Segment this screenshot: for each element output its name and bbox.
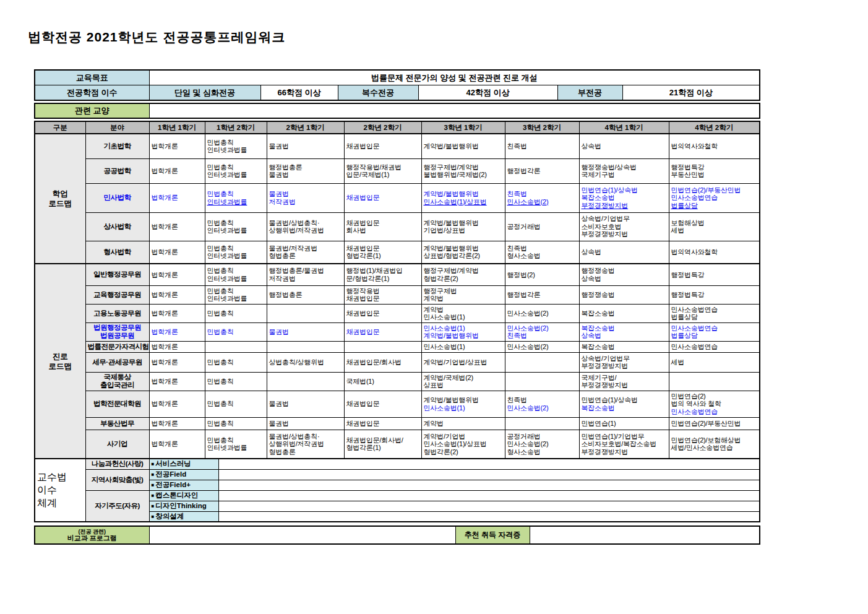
course-name: 채권법입문 bbox=[346, 142, 419, 150]
field-label: 교육행정공무원 bbox=[85, 285, 149, 304]
course-name: 채권법입문 bbox=[346, 219, 419, 227]
teaching-category-label: 지역사회맞춤(빛) bbox=[85, 469, 149, 490]
credit-type-single: 단일 및 심화전공 bbox=[149, 85, 260, 101]
course-name: 소비자보호법/복잡소송법 bbox=[582, 440, 667, 448]
course-name: 상속법 bbox=[582, 248, 667, 256]
course-name: 국제기구법 bbox=[582, 171, 667, 179]
credit-value-double: 42학점 이상 bbox=[418, 85, 557, 101]
course-name: 형법각론(1) bbox=[346, 444, 419, 452]
group-label-line: 교수법 bbox=[37, 471, 84, 484]
field-label: 기초법학 bbox=[85, 134, 149, 158]
semester-course-cell: 법학개론 bbox=[149, 241, 205, 264]
field-label: 법률전문가자격시험 bbox=[85, 341, 149, 352]
semester-course-cell: 법학개론 bbox=[149, 158, 205, 183]
course-name: 법학개론 bbox=[152, 358, 203, 366]
semester-course-cell: 법학개론 bbox=[149, 391, 205, 417]
course-name: 행정구제법 bbox=[424, 287, 503, 295]
semester-course-cell: 채권법입문 bbox=[344, 134, 421, 158]
roadmap-table: 구분분야1학년 1학기1학년 2학기2학년 1학기2학년 2학기3학년 1학기3… bbox=[34, 121, 760, 459]
course-name: 민법총칙 bbox=[207, 400, 265, 408]
semester-course-cell: 계약법/불법행위법상표법/형법각론(2) bbox=[421, 241, 505, 264]
course-name: 상속법/기업법무 bbox=[582, 215, 667, 223]
semester-course-cell: 민법총칙 bbox=[205, 372, 267, 391]
semester-course-cell bbox=[267, 372, 344, 391]
course-name: 인터넷과법률 bbox=[207, 171, 265, 179]
semester-course-cell bbox=[669, 372, 760, 391]
course-name: 물권법 bbox=[269, 171, 342, 179]
semester-course-cell: 민법총칙인터넷과법률 bbox=[205, 264, 267, 285]
column-header-semester: 4학년 1학기 bbox=[579, 121, 669, 134]
semester-course-cell bbox=[505, 417, 579, 430]
roadmap-group-label: 진로로드맵 bbox=[35, 264, 85, 459]
course-name: 회사법 bbox=[346, 227, 419, 235]
course-name: 국제법(1) bbox=[346, 378, 419, 386]
semester-course-cell: 민법총칙 bbox=[205, 304, 267, 322]
field-label: 부동산법무 bbox=[85, 417, 149, 430]
course-name: 물권법 bbox=[269, 400, 342, 408]
course-name: 불법행위법/국제법(2) bbox=[424, 171, 503, 179]
semester-course-cell: 행정법각론 bbox=[505, 285, 579, 304]
square-bullet-icon: ■ bbox=[152, 461, 155, 467]
course-name: 민사소송법(2) bbox=[507, 404, 577, 412]
course-name: 법학개론 bbox=[152, 440, 203, 448]
course-name: 행정법각론 bbox=[507, 167, 577, 175]
course-name: 부정경쟁방지법 bbox=[582, 230, 667, 238]
semester-course-cell: 행정작용법채권법입문 bbox=[344, 285, 421, 304]
course-name: 법학개론 bbox=[152, 328, 203, 336]
square-bullet-icon: ■ bbox=[152, 493, 155, 498]
course-name: 법학개론 bbox=[152, 291, 203, 299]
course-name: 민사소송법(2) bbox=[507, 343, 577, 351]
course-name: 민사소송법연습 bbox=[671, 324, 758, 332]
course-name: 세법 bbox=[671, 358, 758, 366]
semester-course-cell: 물권법/상법총칙·상행위법/저작권법 bbox=[267, 212, 344, 241]
semester-course-cell: 행정구제법계약법 bbox=[421, 285, 505, 304]
course-name: 친족법 bbox=[507, 142, 577, 150]
course-name: 행정쟁송법 bbox=[582, 291, 667, 299]
course-name: 법학개론 bbox=[152, 343, 203, 351]
course-name: 계약법/불법행위법 bbox=[424, 219, 503, 227]
semester-course-cell: 법학개론 bbox=[149, 183, 205, 212]
semester-course-cell bbox=[267, 304, 344, 322]
semester-course-cell: 민법연습(2)/부동산민법민사소송법연습법률상담 bbox=[669, 183, 760, 212]
course-name: 민법총칙 bbox=[207, 244, 265, 253]
semester-course-cell: 상속법/기업법무부정경쟁방지법 bbox=[579, 352, 669, 372]
semester-course-cell: 민법연습(1)/상속법복잡소송법 bbox=[579, 391, 669, 417]
course-name: 형사소송법 bbox=[507, 448, 577, 456]
course-name: 민사소송법(2) bbox=[507, 324, 577, 332]
semester-course-cell: 법학개론 bbox=[149, 341, 205, 352]
teaching-category-label: 나눔과헌신(사랑) bbox=[85, 459, 149, 469]
course-name: 행정법특강 bbox=[671, 271, 758, 279]
field-label: 법원행정공무원법원공무원 bbox=[85, 322, 149, 341]
course-name: 법학개론 bbox=[152, 420, 203, 428]
course-name: 부정경쟁방지법 bbox=[582, 202, 667, 210]
course-name: 민사소송법연습 bbox=[671, 408, 758, 416]
semester-course-cell: 법학개론 bbox=[149, 304, 205, 322]
extracurricular-program-label: (전공 관련) 비교과 프로그램 bbox=[35, 526, 149, 544]
column-header-semester: 4학년 2학기 bbox=[669, 121, 760, 134]
field-label-line: 법원행정공무원 bbox=[88, 324, 147, 332]
teaching-method-value bbox=[218, 490, 760, 501]
course-name: 부정경쟁방지법 bbox=[582, 381, 667, 389]
semester-course-cell: 민사소송법(2)친족법 bbox=[505, 322, 579, 341]
course-name: 행정법총론 bbox=[269, 163, 342, 171]
semester-course-cell: 상속법 bbox=[579, 241, 669, 264]
course-name: 행정구제법/계약법 bbox=[424, 163, 503, 171]
square-bullet-icon: ■ bbox=[152, 514, 155, 519]
semester-course-cell: 친족법 bbox=[505, 134, 579, 158]
course-name: 복잡소송법 bbox=[582, 324, 667, 332]
teaching-method-table: 교수법이수체계나눔과헌신(사랑)■서비스러닝지역사회맞춤(빛)■전공Field■… bbox=[34, 458, 760, 522]
square-bullet-icon: ■ bbox=[152, 503, 155, 509]
field-label-line: 법원공무원 bbox=[88, 332, 147, 340]
course-name: 형법총론 bbox=[269, 252, 342, 260]
column-header-semester: 2학년 2학기 bbox=[344, 121, 421, 134]
extracurricular-program-value bbox=[149, 526, 455, 544]
field-label-line: 교육행정공무원 bbox=[88, 291, 147, 299]
course-name: 민사소송법(1) bbox=[424, 404, 503, 412]
course-name: 입문/국제법(1) bbox=[346, 171, 419, 179]
group-label-line: 로드맵 bbox=[37, 199, 84, 209]
course-name: 민법연습(2)/부동산민법 bbox=[671, 420, 758, 428]
semester-course-cell: 민사소송법(2) bbox=[505, 304, 579, 322]
semester-course-cell: 복잡소송법 bbox=[579, 304, 669, 322]
page-title: 법학전공 2021학년도 전공공통프레임워크 bbox=[28, 28, 285, 46]
course-name: 법학개론 bbox=[152, 378, 203, 386]
